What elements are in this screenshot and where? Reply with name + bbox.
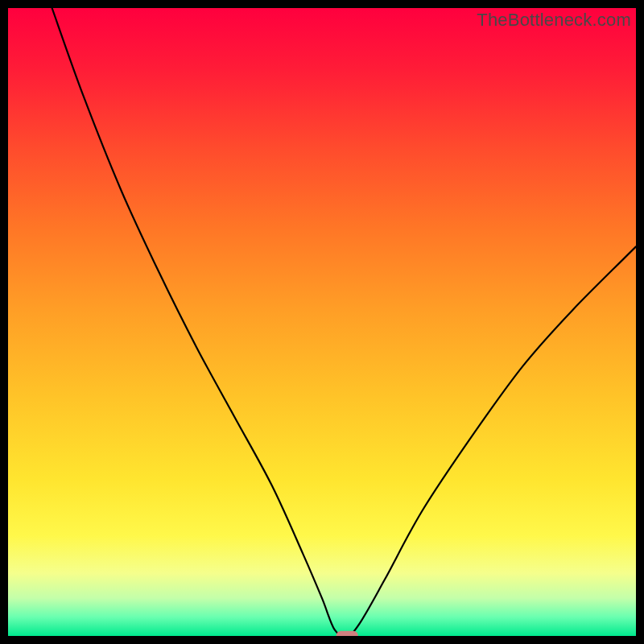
chart-background-gradient — [8, 8, 636, 636]
watermark-text: TheBottleneck.com — [477, 10, 631, 31]
chart-frame: TheBottleneck.com — [8, 8, 636, 636]
svg-rect-0 — [8, 8, 636, 636]
